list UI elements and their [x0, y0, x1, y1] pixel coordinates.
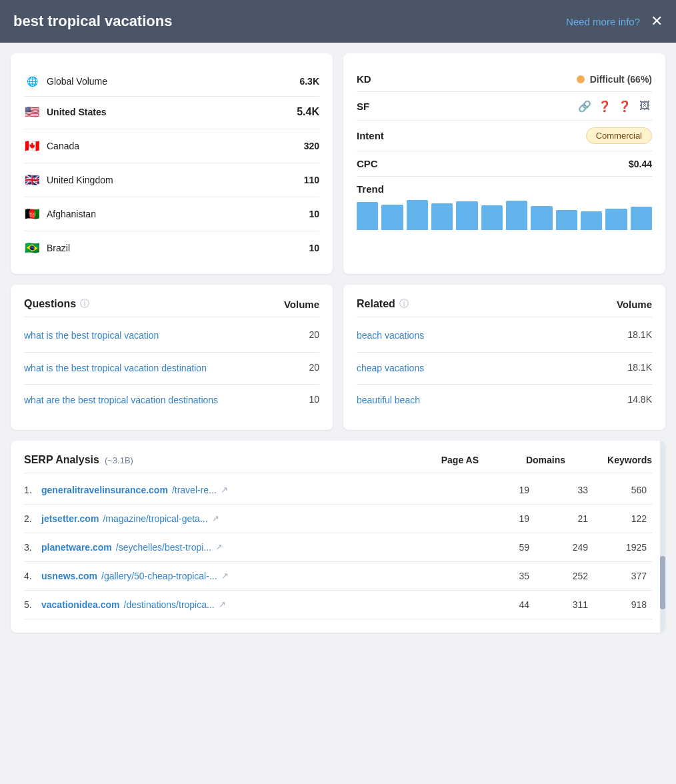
link-icon[interactable]: 🔗 [577, 99, 592, 113]
kd-right: Difficult (66%) [577, 74, 652, 85]
question-row-3: what are the best tropical vacation dest… [24, 385, 319, 417]
serp-card: SERP Analysis (~3.1B) Page AS Domains Ke… [11, 441, 665, 633]
image-icon[interactable]: 🖼 [637, 99, 652, 113]
question-link-3[interactable]: what are the best tropical vacation dest… [24, 394, 218, 407]
intent-label: Intent [357, 130, 384, 141]
serp-page-as-3: 59 [481, 542, 535, 553]
kd-value: Difficult (66%) [590, 74, 652, 85]
bottom-row: Questions ⓘ Volume what is the best trop… [11, 285, 665, 430]
question-volume-1: 20 [309, 329, 319, 340]
external-link-icon-3[interactable]: ↗ [215, 542, 223, 552]
cpc-row: CPC $0.44 [357, 151, 652, 177]
serp-num-4: 4. [24, 571, 36, 581]
serp-title-group: SERP Analysis (~3.1B) [24, 454, 133, 466]
serp-link-group-3: planetware.com/seychelles/best-tropi... … [41, 542, 476, 553]
serp-link-domain-3[interactable]: planetware.com [41, 542, 112, 553]
serp-row-1: 1. generalitravelinsurance.com/travel-re… [24, 476, 652, 505]
country-row-ca: 🇨🇦 Canada 320 [24, 133, 319, 159]
country-row-uk: 🇬🇧 United Kingdom 110 [24, 167, 319, 193]
question-volume-2: 20 [309, 362, 319, 373]
serp-num-3: 3. [24, 542, 36, 553]
serp-domains-4: 252 [540, 571, 593, 581]
uk-label-wrapper: 🇬🇧 United Kingdom [24, 174, 113, 186]
questions-info-icon[interactable]: ⓘ [80, 298, 89, 310]
global-volume-label: Global Volume [47, 76, 107, 87]
external-link-icon-2[interactable]: ↗ [212, 513, 219, 523]
serp-domains-3: 249 [540, 542, 593, 553]
trend-label: Trend [357, 183, 652, 195]
serp-link-domain-2[interactable]: jetsetter.com [41, 513, 99, 524]
question-link-1[interactable]: what is the best tropical vacation [24, 329, 159, 343]
serp-link-path-1[interactable]: /travel-re... [172, 485, 217, 495]
related-header: Related ⓘ Volume [357, 298, 652, 317]
serp-col-keywords: Keywords [599, 455, 652, 465]
serp-keywords-1: 560 [599, 485, 652, 495]
serp-row-5: 5. vacationidea.com/destinations/tropica… [24, 591, 652, 619]
serp-col-page-as: Page AS [425, 455, 479, 465]
br-flag: 🇧🇷 [24, 242, 40, 254]
serp-link-path-4[interactable]: /gallery/50-cheap-tropical-... [101, 571, 217, 581]
serp-keywords-2: 122 [599, 513, 652, 524]
cpc-label: CPC [357, 158, 378, 169]
serp-header: SERP Analysis (~3.1B) Page AS Domains Ke… [24, 454, 652, 473]
header-title: best tropical vacations [13, 13, 172, 30]
serp-link-path-3[interactable]: /seychelles/best-tropi... [116, 542, 211, 553]
external-link-icon-1[interactable]: ↗ [221, 485, 228, 495]
trend-bar [431, 203, 453, 230]
related-row-1: beach vacations 18.1K [357, 320, 652, 353]
serp-num-2: 2. [24, 513, 36, 524]
us-value: 5.4K [297, 106, 319, 118]
trend-section: Trend [357, 177, 652, 230]
scrollbar-thumb[interactable] [660, 556, 665, 609]
ca-value: 320 [304, 141, 319, 151]
serp-domains-5: 311 [540, 599, 593, 610]
header-right: Need more info? ✕ [566, 13, 663, 30]
trend-bar [456, 201, 477, 230]
us-name: United States [47, 107, 106, 117]
question-icon-1[interactable]: ❓ [597, 99, 612, 113]
uk-name: United Kingdom [47, 175, 113, 185]
external-link-icon-5[interactable]: ↗ [219, 599, 226, 609]
trend-bar [531, 206, 552, 230]
questions-col-label: Volume [284, 299, 319, 310]
related-title: Related [357, 298, 395, 310]
top-row: 🌐 Global Volume 6.3K 🇺🇸 United States 5.… [11, 53, 665, 274]
serp-link-path-2[interactable]: /magazine/tropical-geta... [103, 513, 207, 524]
scrollbar[interactable] [660, 441, 665, 633]
serp-link-group-5: vacationidea.com/destinations/tropica...… [41, 599, 476, 610]
serp-link-path-5[interactable]: /destinations/tropica... [124, 599, 215, 610]
kd-label: KD [357, 73, 371, 85]
need-more-info-link[interactable]: Need more info? [566, 16, 640, 27]
uk-value: 110 [304, 175, 319, 185]
serp-col-domains: Domains [512, 455, 565, 465]
related-link-2[interactable]: cheap vacations [357, 362, 424, 375]
serp-subtitle: (~3.1B) [105, 455, 133, 465]
question-link-2[interactable]: what is the best tropical vacation desti… [24, 362, 207, 375]
sf-icons-group: 🔗 ❓ ❓ 🖼 [577, 99, 652, 113]
serp-link-domain-1[interactable]: generalitravelinsurance.com [41, 485, 168, 495]
serp-link-domain-4[interactable]: usnews.com [41, 571, 97, 581]
related-info-icon[interactable]: ⓘ [399, 298, 409, 310]
serp-keywords-3: 1925 [599, 542, 652, 553]
serp-page-as-4: 35 [481, 571, 535, 581]
related-link-1[interactable]: beach vacations [357, 329, 424, 343]
serp-row-4: 4. usnews.com/gallery/50-cheap-tropical-… [24, 562, 652, 591]
globe-icon: 🌐 [24, 73, 40, 89]
question-row-1: what is the best tropical vacation 20 [24, 320, 319, 353]
related-volume-1: 18.1K [627, 329, 652, 340]
serp-num-5: 5. [24, 599, 36, 610]
related-row-3: beautiful beach 14.8K [357, 385, 652, 417]
volume-card: 🌐 Global Volume 6.3K 🇺🇸 United States 5.… [11, 53, 333, 274]
related-link-3[interactable]: beautiful beach [357, 394, 420, 407]
br-label-wrapper: 🇧🇷 Brazil [24, 242, 70, 254]
questions-header: Questions ⓘ Volume [24, 298, 319, 317]
close-button[interactable]: ✕ [651, 13, 663, 30]
br-value: 10 [309, 243, 319, 253]
serp-row-3: 3. planetware.com/seychelles/best-tropi.… [24, 533, 652, 562]
questions-title-group: Questions ⓘ [24, 298, 89, 310]
trend-bar [556, 210, 577, 230]
serp-link-domain-5[interactable]: vacationidea.com [41, 599, 120, 610]
question-icon-2[interactable]: ❓ [617, 99, 632, 113]
external-link-icon-4[interactable]: ↗ [221, 571, 229, 581]
serp-domains-2: 21 [540, 513, 593, 524]
